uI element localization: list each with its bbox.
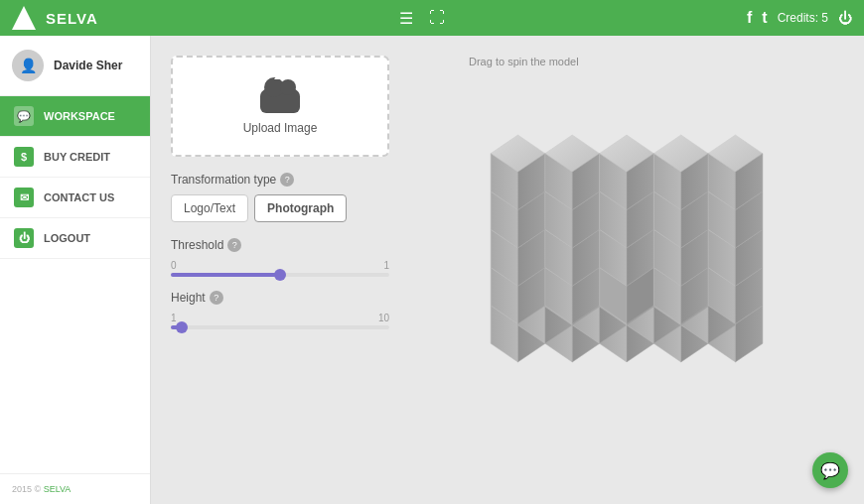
- height-range-labels: 1 10: [171, 313, 389, 323]
- logout-icon: ⏻: [14, 228, 34, 248]
- contact-icon: ✉: [14, 188, 34, 207]
- logo-icon: [12, 6, 36, 30]
- threshold-fill: [171, 273, 280, 277]
- threshold-min: 0: [171, 260, 177, 271]
- height-max: 10: [378, 313, 389, 323]
- sidebar-user: 👤 Davide Sher: [0, 36, 150, 96]
- photograph-button[interactable]: Photograph: [254, 194, 347, 222]
- sidebar-label-buy-credit: BUY CREDIT: [44, 151, 110, 163]
- upload-area[interactable]: Upload Image: [171, 56, 389, 157]
- content-area: Upload Image Transformation type ? Logo/…: [151, 36, 864, 504]
- chat-fab[interactable]: 💬: [812, 452, 848, 488]
- chat-fab-icon: 💬: [820, 461, 840, 480]
- power-icon[interactable]: ⏻: [838, 10, 852, 26]
- height-track: [171, 325, 389, 329]
- height-help-icon[interactable]: ?: [210, 291, 223, 305]
- workspace-icon: 💬: [14, 106, 34, 126]
- threshold-track: [171, 273, 389, 277]
- upload-label: Upload Image: [243, 121, 318, 135]
- logo-text-button[interactable]: Logo/Text: [171, 194, 248, 222]
- sidebar-item-buy-credit[interactable]: $ BUY CREDIT: [0, 137, 150, 178]
- height-label: Height: [171, 291, 206, 305]
- credits-label: Credits: 5: [778, 11, 828, 25]
- sidebar-label-logout: LOGOUT: [44, 232, 90, 244]
- avatar: 👤: [12, 50, 44, 81]
- footer-brand: SELVA: [44, 484, 72, 494]
- nav-center: ☰ ⛶: [399, 9, 445, 28]
- sidebar-item-logout[interactable]: ⏻ LOGOUT: [0, 218, 150, 259]
- app-name: SELVA: [46, 10, 98, 27]
- sidebar-label-workspace: WORKSPACE: [44, 110, 115, 122]
- right-panel: Drag to spin the model: [409, 56, 844, 484]
- threshold-thumb[interactable]: [274, 269, 286, 281]
- top-navbar: SELVA ☰ ⛶ f t Credits: 5 ⏻: [0, 0, 864, 36]
- upload-cloud-icon: [256, 77, 304, 113]
- type-buttons: Logo/Text Photograph: [171, 194, 389, 222]
- threshold-max: 1: [383, 260, 389, 271]
- transformation-label: Transformation type: [171, 173, 276, 187]
- nav-right: f t Credits: 5 ⏻: [747, 9, 852, 27]
- height-thumb[interactable]: [176, 321, 188, 333]
- left-panel: Upload Image Transformation type ? Logo/…: [171, 56, 389, 484]
- threshold-label-row: Threshold ?: [171, 238, 389, 252]
- height-label-row: Height ?: [171, 291, 389, 305]
- sidebar-nav: 💬 WORKSPACE $ BUY CREDIT ✉ CONTACT US ⏻ …: [0, 96, 150, 473]
- transformation-help-icon[interactable]: ?: [280, 173, 294, 187]
- threshold-section: Threshold ? 0 1: [171, 238, 389, 277]
- user-name: Davide Sher: [54, 59, 122, 72]
- sidebar: 👤 Davide Sher 💬 WORKSPACE $ BUY CREDIT ✉…: [0, 36, 151, 504]
- facebook-icon[interactable]: f: [747, 9, 752, 27]
- drag-hint: Drag to spin the model: [469, 56, 579, 67]
- menu-icon[interactable]: ☰: [399, 9, 413, 28]
- sidebar-item-contact-us[interactable]: ✉ CONTACT US: [0, 178, 150, 218]
- threshold-help-icon[interactable]: ?: [227, 238, 241, 252]
- expand-icon[interactable]: ⛶: [429, 9, 445, 27]
- main-layout: 👤 Davide Sher 💬 WORKSPACE $ BUY CREDIT ✉…: [0, 36, 864, 504]
- sidebar-label-contact-us: CONTACT US: [44, 191, 114, 203]
- transformation-section: Transformation type ?: [171, 173, 389, 187]
- threshold-label: Threshold: [171, 238, 223, 252]
- sidebar-footer: 2015 © SELVA: [0, 473, 150, 504]
- logo-area: SELVA: [12, 6, 98, 30]
- sidebar-item-workspace[interactable]: 💬 WORKSPACE: [0, 96, 150, 137]
- model-svg: [409, 77, 844, 490]
- buy-credit-icon: $: [14, 147, 34, 167]
- twitter-icon[interactable]: t: [762, 9, 767, 27]
- height-min: 1: [171, 313, 177, 323]
- model-viewport[interactable]: [409, 77, 844, 490]
- height-section: Height ? 1 10: [171, 291, 389, 329]
